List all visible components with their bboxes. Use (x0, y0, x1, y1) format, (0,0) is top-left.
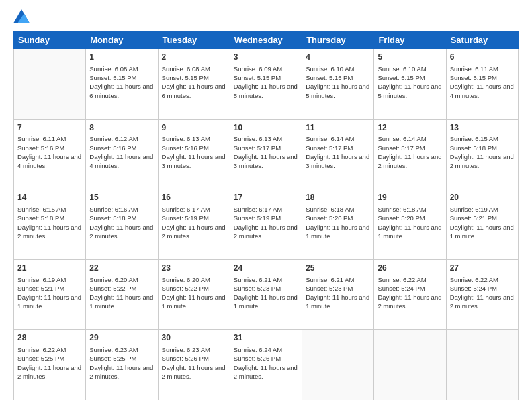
calendar-cell: 15Sunrise: 6:16 AM Sunset: 5:18 PM Dayli… (86, 189, 158, 260)
cell-info: Sunrise: 6:20 AM Sunset: 5:22 PM Dayligh… (162, 275, 226, 311)
logo-icon (13, 9, 30, 23)
cell-info: Sunrise: 6:15 AM Sunset: 5:18 PM Dayligh… (450, 134, 515, 170)
calendar-cell: 27Sunrise: 6:22 AM Sunset: 5:24 PM Dayli… (446, 259, 518, 330)
day-number: 3 (234, 52, 298, 63)
day-number: 6 (450, 52, 515, 63)
calendar-cell: 16Sunrise: 6:17 AM Sunset: 5:19 PM Dayli… (158, 189, 230, 260)
calendar-cell: 10Sunrise: 6:13 AM Sunset: 5:17 PM Dayli… (230, 119, 302, 189)
day-number: 11 (306, 122, 370, 134)
day-number: 9 (162, 122, 226, 134)
cell-info: Sunrise: 6:09 AM Sunset: 5:15 PM Dayligh… (234, 64, 298, 100)
cell-info: Sunrise: 6:12 AM Sunset: 5:16 PM Dayligh… (89, 134, 154, 170)
calendar-cell: 17Sunrise: 6:17 AM Sunset: 5:19 PM Dayli… (230, 189, 302, 260)
calendar-cell: 31Sunrise: 6:24 AM Sunset: 5:26 PM Dayli… (230, 330, 302, 400)
day-number: 18 (306, 192, 370, 203)
day-number: 20 (450, 192, 515, 203)
cell-info: Sunrise: 6:19 AM Sunset: 5:21 PM Dayligh… (450, 205, 515, 240)
cell-info: Sunrise: 6:22 AM Sunset: 5:24 PM Dayligh… (450, 275, 515, 311)
calendar-week-row: 1Sunrise: 6:08 AM Sunset: 5:15 PM Daylig… (14, 49, 519, 120)
day-number: 17 (234, 192, 298, 203)
calendar-table: SundayMondayTuesdayWednesdayThursdayFrid… (13, 31, 519, 400)
calendar-cell: 28Sunrise: 6:22 AM Sunset: 5:25 PM Dayli… (14, 330, 86, 400)
cell-info: Sunrise: 6:10 AM Sunset: 5:15 PM Dayligh… (306, 64, 370, 100)
calendar-cell: 7Sunrise: 6:11 AM Sunset: 5:16 PM Daylig… (14, 119, 86, 189)
calendar-cell (14, 49, 86, 120)
calendar-week-row: 28Sunrise: 6:22 AM Sunset: 5:25 PM Dayli… (14, 330, 519, 400)
day-number: 26 (378, 263, 442, 274)
day-number: 1 (89, 52, 154, 63)
calendar-day-header: Tuesday (158, 32, 230, 49)
calendar-day-header: Monday (86, 32, 158, 49)
cell-info: Sunrise: 6:13 AM Sunset: 5:16 PM Dayligh… (162, 134, 226, 170)
calendar-cell: 6Sunrise: 6:11 AM Sunset: 5:15 PM Daylig… (446, 49, 518, 120)
cell-info: Sunrise: 6:20 AM Sunset: 5:22 PM Dayligh… (89, 275, 154, 311)
day-number: 29 (89, 332, 154, 344)
cell-info: Sunrise: 6:21 AM Sunset: 5:23 PM Dayligh… (234, 275, 298, 311)
day-number: 13 (450, 122, 515, 134)
day-number: 8 (89, 122, 154, 134)
cell-info: Sunrise: 6:10 AM Sunset: 5:15 PM Dayligh… (378, 64, 442, 100)
cell-info: Sunrise: 6:08 AM Sunset: 5:15 PM Dayligh… (89, 64, 154, 100)
cell-info: Sunrise: 6:16 AM Sunset: 5:18 PM Dayligh… (89, 205, 154, 240)
day-number: 15 (89, 192, 154, 203)
calendar-cell: 18Sunrise: 6:18 AM Sunset: 5:20 PM Dayli… (302, 189, 374, 260)
calendar-cell: 13Sunrise: 6:15 AM Sunset: 5:18 PM Dayli… (446, 119, 518, 189)
day-number: 2 (162, 52, 226, 63)
cell-info: Sunrise: 6:18 AM Sunset: 5:20 PM Dayligh… (378, 205, 442, 240)
cell-info: Sunrise: 6:24 AM Sunset: 5:26 PM Dayligh… (234, 345, 298, 381)
calendar-week-row: 21Sunrise: 6:19 AM Sunset: 5:21 PM Dayli… (14, 259, 519, 330)
calendar-day-header: Friday (374, 32, 446, 49)
calendar-day-header: Sunday (14, 32, 86, 49)
cell-info: Sunrise: 6:14 AM Sunset: 5:17 PM Dayligh… (306, 134, 370, 170)
calendar-cell: 12Sunrise: 6:14 AM Sunset: 5:17 PM Dayli… (374, 119, 446, 189)
day-number: 23 (162, 263, 226, 274)
calendar-cell: 23Sunrise: 6:20 AM Sunset: 5:22 PM Dayli… (158, 259, 230, 330)
calendar-cell: 30Sunrise: 6:23 AM Sunset: 5:26 PM Dayli… (158, 330, 230, 400)
day-number: 21 (17, 263, 82, 274)
calendar-cell: 24Sunrise: 6:21 AM Sunset: 5:23 PM Dayli… (230, 259, 302, 330)
day-number: 12 (378, 122, 442, 134)
calendar-cell: 11Sunrise: 6:14 AM Sunset: 5:17 PM Dayli… (302, 119, 374, 189)
calendar-day-header: Thursday (302, 32, 374, 49)
cell-info: Sunrise: 6:17 AM Sunset: 5:19 PM Dayligh… (162, 205, 226, 240)
calendar-cell: 4Sunrise: 6:10 AM Sunset: 5:15 PM Daylig… (302, 49, 374, 120)
calendar-day-header: Wednesday (230, 32, 302, 49)
calendar-cell: 9Sunrise: 6:13 AM Sunset: 5:16 PM Daylig… (158, 119, 230, 189)
calendar-week-row: 7Sunrise: 6:11 AM Sunset: 5:16 PM Daylig… (14, 119, 519, 189)
calendar-week-row: 14Sunrise: 6:15 AM Sunset: 5:18 PM Dayli… (14, 189, 519, 260)
cell-info: Sunrise: 6:13 AM Sunset: 5:17 PM Dayligh… (234, 134, 298, 170)
logo (13, 11, 32, 24)
calendar-cell: 2Sunrise: 6:08 AM Sunset: 5:15 PM Daylig… (158, 49, 230, 120)
cell-info: Sunrise: 6:23 AM Sunset: 5:26 PM Dayligh… (162, 345, 226, 381)
calendar-cell: 1Sunrise: 6:08 AM Sunset: 5:15 PM Daylig… (86, 49, 158, 120)
day-number: 25 (306, 263, 370, 274)
calendar-header-row: SundayMondayTuesdayWednesdayThursdayFrid… (14, 32, 519, 49)
calendar-cell: 19Sunrise: 6:18 AM Sunset: 5:20 PM Dayli… (374, 189, 446, 260)
day-number: 14 (17, 192, 82, 203)
cell-info: Sunrise: 6:15 AM Sunset: 5:18 PM Dayligh… (17, 205, 82, 240)
cell-info: Sunrise: 6:18 AM Sunset: 5:20 PM Dayligh… (306, 205, 370, 240)
cell-info: Sunrise: 6:17 AM Sunset: 5:19 PM Dayligh… (234, 205, 298, 240)
day-number: 4 (306, 52, 370, 63)
day-number: 22 (89, 263, 154, 274)
calendar-cell (446, 330, 518, 400)
cell-info: Sunrise: 6:22 AM Sunset: 5:24 PM Dayligh… (378, 275, 442, 311)
day-number: 30 (162, 332, 226, 344)
calendar-cell: 8Sunrise: 6:12 AM Sunset: 5:16 PM Daylig… (86, 119, 158, 189)
day-number: 27 (450, 263, 515, 274)
cell-info: Sunrise: 6:11 AM Sunset: 5:16 PM Dayligh… (17, 134, 82, 170)
cell-info: Sunrise: 6:21 AM Sunset: 5:23 PM Dayligh… (306, 275, 370, 311)
header (13, 11, 519, 24)
cell-info: Sunrise: 6:19 AM Sunset: 5:21 PM Dayligh… (17, 275, 82, 311)
calendar-cell: 5Sunrise: 6:10 AM Sunset: 5:15 PM Daylig… (374, 49, 446, 120)
calendar-cell: 26Sunrise: 6:22 AM Sunset: 5:24 PM Dayli… (374, 259, 446, 330)
calendar-day-header: Saturday (446, 32, 518, 49)
calendar-cell: 14Sunrise: 6:15 AM Sunset: 5:18 PM Dayli… (14, 189, 86, 260)
calendar-cell: 22Sunrise: 6:20 AM Sunset: 5:22 PM Dayli… (86, 259, 158, 330)
cell-info: Sunrise: 6:23 AM Sunset: 5:25 PM Dayligh… (89, 345, 154, 381)
calendar-cell: 21Sunrise: 6:19 AM Sunset: 5:21 PM Dayli… (14, 259, 86, 330)
day-number: 10 (234, 122, 298, 134)
day-number: 24 (234, 263, 298, 274)
cell-info: Sunrise: 6:14 AM Sunset: 5:17 PM Dayligh… (378, 134, 442, 170)
day-number: 31 (234, 332, 298, 344)
